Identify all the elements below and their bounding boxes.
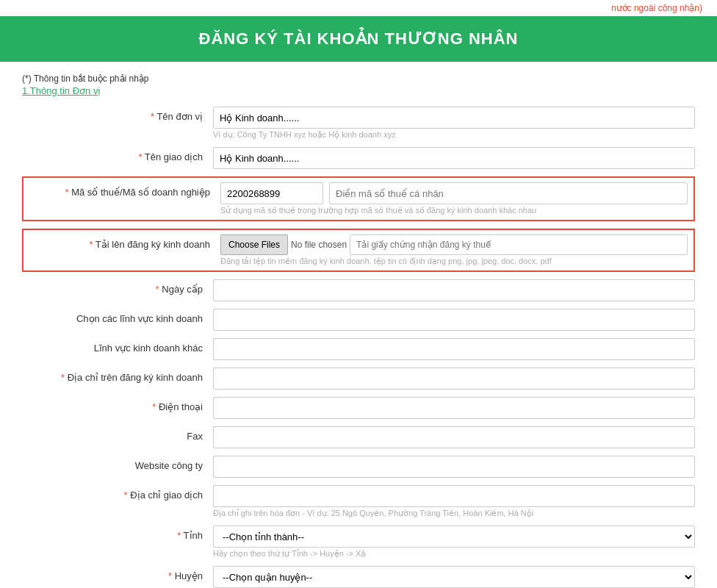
ten-don-vi-hint: Ví dụ: Công Ty TNHH xyz hoặc Hộ kinh doa…: [213, 130, 695, 140]
ten-giao-dich-input[interactable]: [213, 147, 695, 169]
dien-thoai-row: * Điện thoại: [22, 397, 695, 419]
dia-chi-giao-dich-row: * Địa chỉ giao dịch Địa chỉ ghi trên hóa…: [22, 485, 695, 518]
ngay-cap-row: * Ngày cấp: [22, 279, 695, 301]
huyen-label: * Huyện: [22, 566, 213, 581]
ma-so-thue-wrapper: * Mã số thuế/Mã số doanh nghiệp Sử dụng …: [22, 176, 695, 221]
choose-files-button[interactable]: Choose Files: [220, 234, 288, 255]
chon-linh-vuc-label: Chọn các lĩnh vực kinh doanh: [22, 309, 213, 324]
tinh-select[interactable]: --Chọn tỉnh thành--: [213, 526, 695, 548]
tai-len-wrapper: * Tải lên đăng ký kinh doanh Choose File…: [22, 229, 695, 272]
dia-chi-dang-ky-label: * Địa chỉ trên đăng ký kinh doanh: [22, 368, 213, 383]
huyen-field: --Chọn quận huyện--: [213, 566, 695, 588]
tai-len-hint: Đăng tải tệp tin mềm đăng ký kinh doanh,…: [220, 257, 688, 266]
dia-chi-dang-ky-input[interactable]: [213, 368, 695, 390]
ma-so-thue-hint: Sử dụng mã số thuế trong trường hợp mã s…: [220, 206, 688, 215]
ten-giao-dich-row: * Tên giao dịch: [22, 147, 695, 169]
chon-linh-vuc-field: [213, 309, 695, 331]
fax-row: Fax: [22, 426, 695, 448]
chon-linh-vuc-input[interactable]: [213, 309, 695, 331]
tinh-row: * Tỉnh --Chọn tỉnh thành-- Hãy chọn theo…: [22, 526, 695, 559]
chon-linh-vuc-row: Chọn các lĩnh vực kinh doanh: [22, 309, 695, 331]
dia-chi-giao-dich-field: Địa chỉ ghi trên hóa đơn - Ví dụ: 25 Ngô…: [213, 485, 695, 518]
dien-thoai-field: [213, 397, 695, 419]
dien-thoai-input[interactable]: [213, 397, 695, 419]
ma-so-thue-secondary-input[interactable]: [329, 182, 688, 204]
ten-don-vi-row: * Tên đơn vị Ví dụ: Công Ty TNHH xyz hoặ…: [22, 107, 695, 140]
ma-so-thue-label: * Mã số thuế/Mã số doanh nghiệp: [29, 182, 220, 198]
no-file-chosen-text: No file chosen: [291, 240, 347, 250]
tai-len-label: * Tải lên đăng ký kinh doanh: [29, 234, 220, 250]
ten-don-vi-input[interactable]: [213, 107, 695, 129]
linh-vuc-khac-input[interactable]: [213, 338, 695, 360]
dia-chi-giao-dich-label: * Địa chỉ giao dịch: [22, 485, 213, 501]
tai-len-field: Choose Files No file chosen Đăng tải tệp…: [220, 234, 688, 266]
ten-giao-dich-label: * Tên giao dịch: [22, 147, 213, 162]
section-title: 1.Thông tin Đơn vị: [22, 85, 695, 96]
linh-vuc-khac-row: Lĩnh vực kinh doanh khác: [22, 338, 695, 360]
fax-field: [213, 426, 695, 448]
page-header: ĐĂNG KÝ TÀI KHOẢN THƯƠNG NHÂN: [0, 16, 717, 62]
tinh-hint: Hãy chọn theo thứ tự Tỉnh -> Huyện -> Xã: [213, 549, 695, 559]
dia-chi-giao-dich-input[interactable]: [213, 485, 695, 507]
dia-chi-dang-ky-field: [213, 368, 695, 390]
ngay-cap-field: [213, 279, 695, 301]
ma-so-thue-row: * Mã số thuế/Mã số doanh nghiệp Sử dụng …: [29, 182, 688, 215]
ma-so-thue-field: Sử dụng mã số thuế trong trường hợp mã s…: [220, 182, 688, 215]
website-field: [213, 456, 695, 478]
dien-thoai-label: * Điện thoại: [22, 397, 213, 412]
tinh-field: --Chọn tỉnh thành-- Hãy chọn theo thứ tự…: [213, 526, 695, 559]
website-input[interactable]: [213, 456, 695, 478]
dia-chi-giao-dich-hint: Địa chỉ ghi trên hóa đơn - Ví dụ: 25 Ngô…: [213, 509, 695, 518]
file-upload-area: Choose Files No file chosen: [220, 234, 688, 255]
huyen-row: * Huyện --Chọn quận huyện--: [22, 566, 695, 588]
required-note: (*) Thông tin bắt buộc phải nhập: [22, 74, 695, 84]
ten-don-vi-field: Ví dụ: Công Ty TNHH xyz hoặc Hộ kinh doa…: [213, 107, 695, 140]
ngay-cap-label: * Ngày cấp: [22, 279, 213, 295]
tai-len-row: * Tải lên đăng ký kinh doanh Choose File…: [29, 234, 688, 266]
top-note: nước ngoài công nhận): [0, 0, 717, 16]
ten-don-vi-label: * Tên đơn vị: [22, 107, 213, 122]
ngay-cap-input[interactable]: [213, 279, 695, 301]
tax-inputs: [220, 182, 688, 204]
linh-vuc-khac-label: Lĩnh vực kinh doanh khác: [22, 338, 213, 354]
ma-so-thue-main-input[interactable]: [220, 182, 323, 204]
website-row: Website công ty: [22, 456, 695, 478]
tinh-label: * Tỉnh: [22, 526, 213, 541]
fax-label: Fax: [22, 426, 213, 442]
fax-input[interactable]: [213, 426, 695, 448]
website-label: Website công ty: [22, 456, 213, 471]
linh-vuc-khac-field: [213, 338, 695, 360]
file-placeholder-input[interactable]: [350, 234, 688, 255]
dia-chi-dang-ky-row: * Địa chỉ trên đăng ký kinh doanh: [22, 368, 695, 390]
ten-giao-dich-field: [213, 147, 695, 169]
huyen-select[interactable]: --Chọn quận huyện--: [213, 566, 695, 588]
